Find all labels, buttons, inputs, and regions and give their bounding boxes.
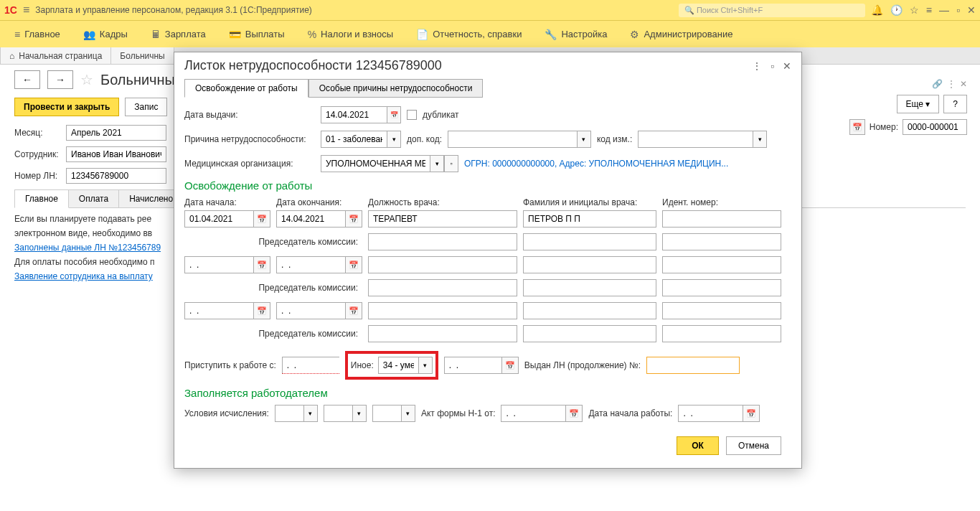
inoe-dropdown-icon[interactable]: ▾ [418, 357, 433, 374]
calendar-icon[interactable]: 📅 [743, 405, 760, 422]
row3-chair-name[interactable] [523, 325, 656, 342]
row1-ident[interactable] [662, 210, 781, 228]
row3-chair-pos[interactable] [368, 325, 517, 342]
menu-main[interactable]: ≡Главное [14, 29, 60, 40]
close-icon[interactable]: ✕ [967, 4, 976, 16]
minimize-icon[interactable]: — [939, 4, 949, 16]
calendar-icon[interactable]: 📅 [345, 210, 362, 228]
calendar-icon[interactable]: 📅 [253, 302, 270, 319]
row1-chair-pos[interactable] [368, 233, 517, 250]
sub-tab-glavnoe[interactable]: Главное [14, 189, 69, 208]
row2-date-end[interactable] [276, 256, 345, 273]
link-icon[interactable]: 🔗 [932, 79, 943, 89]
tab-start[interactable]: ⌂Начальная страница [0, 47, 111, 64]
star-icon[interactable]: ☆ [910, 4, 919, 16]
esche-button[interactable]: Еще ▾ [897, 95, 940, 113]
calendar-icon[interactable]: 📅 [345, 256, 362, 273]
row1-chair-name[interactable] [523, 233, 656, 250]
data-vydachi-input[interactable] [321, 106, 387, 123]
row3-ident[interactable] [662, 302, 781, 319]
ok-button[interactable]: ОК [677, 436, 719, 455]
inoe-date[interactable] [444, 357, 501, 374]
dropdown-icon[interactable]: ▾ [303, 405, 318, 422]
row2-chair-pos[interactable] [368, 279, 517, 296]
sub-tab-oplata[interactable]: Оплата [68, 189, 119, 207]
med-org-dropdown-icon[interactable]: ▾ [430, 155, 444, 172]
modal-more-icon[interactable]: ⋮ [752, 60, 762, 72]
menu-vyplaty[interactable]: 💳Выплаты [229, 29, 285, 40]
row3-chair-id[interactable] [662, 325, 781, 342]
row1-position[interactable] [368, 210, 517, 228]
menu-icon[interactable]: ≡ [23, 4, 29, 17]
forward-button[interactable]: → [47, 70, 73, 89]
pristupit-date[interactable] [282, 357, 339, 374]
menu-kadry[interactable]: 👥Кадры [83, 29, 128, 40]
provesti-button[interactable]: Провести и закрыть [14, 98, 119, 116]
modal-tab-release[interactable]: Освобождение от работы [184, 79, 308, 98]
row2-chair-id[interactable] [662, 279, 781, 296]
row3-position[interactable] [368, 302, 517, 319]
modal-maximize-icon[interactable]: ▫ [771, 60, 774, 72]
modal-close-icon[interactable]: ✕ [783, 60, 791, 72]
dop-kod-dropdown-icon[interactable]: ▾ [577, 131, 591, 148]
menu-nalogi[interactable]: %Налоги и взносы [308, 29, 394, 40]
row3-date-start[interactable] [184, 302, 253, 319]
modal-tab-special[interactable]: Особые причины нетрудоспособности [308, 79, 484, 98]
usloviya-1[interactable] [275, 405, 303, 422]
more-icon[interactable]: ⋮ [947, 79, 956, 89]
sotrudnik-input[interactable] [66, 146, 166, 162]
row1-chair-id[interactable] [662, 233, 781, 250]
menu-admin[interactable]: ⚙Администрирование [630, 29, 732, 40]
dop-kod-input[interactable] [448, 131, 577, 148]
usloviya-3[interactable] [372, 405, 401, 422]
row2-doctor[interactable] [523, 256, 656, 273]
kod-izm-dropdown-icon[interactable]: ▾ [753, 131, 767, 148]
date-picker-icon[interactable]: 📅 [849, 119, 865, 135]
maximize-icon[interactable]: ▫ [956, 4, 960, 16]
row1-date-end[interactable] [276, 210, 345, 228]
cancel-button[interactable]: Отмена [726, 436, 781, 455]
row3-doctor[interactable] [523, 302, 656, 319]
row1-doctor[interactable] [523, 210, 656, 228]
menu-nastroyka[interactable]: 🔧Настройка [545, 29, 607, 40]
calendar-icon[interactable]: 📅 [387, 106, 401, 123]
calendar-icon[interactable]: 📅 [345, 302, 362, 319]
vydan-input[interactable] [646, 357, 740, 374]
dublikat-checkbox[interactable] [407, 110, 417, 120]
nomer-ln-input[interactable] [66, 168, 166, 184]
mesyats-input[interactable] [66, 125, 166, 141]
kod-izm-input[interactable] [638, 131, 753, 148]
row2-position[interactable] [368, 256, 517, 273]
search-input[interactable]: 🔍 Поиск Ctrl+Shift+F [679, 4, 865, 17]
close-page-icon[interactable]: ✕ [960, 79, 967, 89]
prichina-input[interactable] [321, 131, 387, 148]
dropdown-icon[interactable]: ▾ [352, 405, 367, 422]
prichina-dropdown-icon[interactable]: ▾ [387, 131, 401, 148]
calendar-icon[interactable]: 📅 [253, 210, 270, 228]
back-button[interactable]: ← [14, 70, 40, 89]
row2-date-start[interactable] [184, 256, 253, 273]
tab-bolnichny[interactable]: Больничны [111, 47, 174, 64]
row1-date-start[interactable] [184, 210, 253, 228]
bell-icon[interactable]: 🔔 [871, 4, 883, 16]
help-button[interactable]: ? [943, 95, 967, 113]
history-icon[interactable]: 🕐 [890, 4, 903, 16]
row2-ident[interactable] [662, 256, 781, 273]
menu-zarplata[interactable]: 🖩Зарплата [151, 29, 206, 40]
nomer-input[interactable] [903, 119, 967, 135]
akt-date[interactable] [501, 405, 565, 422]
menu-otchet[interactable]: 📄Отчетность, справки [416, 29, 522, 40]
zapis-button[interactable]: Запис [125, 98, 167, 116]
usloviya-2[interactable] [324, 405, 352, 422]
row2-chair-name[interactable] [523, 279, 656, 296]
calendar-icon[interactable]: 📅 [501, 357, 519, 374]
dropdown-icon[interactable]: ▾ [401, 405, 415, 422]
favorite-icon[interactable]: ☆ [80, 71, 93, 88]
ogrn-text[interactable]: ОГРН: 0000000000000, Адрес: УПОЛНОМОЧЕНН… [464, 159, 728, 169]
med-org-input[interactable] [321, 155, 430, 172]
calendar-icon[interactable]: 📅 [565, 405, 583, 422]
filter-icon[interactable]: ≡ [926, 4, 932, 16]
med-org-open-icon[interactable]: ▫ [444, 155, 458, 172]
calendar-icon[interactable]: 📅 [253, 256, 270, 273]
inoe-input[interactable] [378, 357, 418, 374]
